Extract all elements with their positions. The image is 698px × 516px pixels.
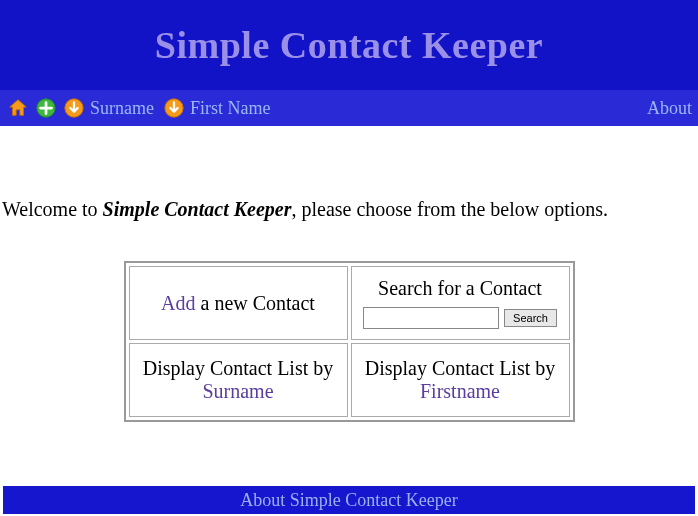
main-content: Welcome to Simple Contact Keeper, please… — [0, 126, 698, 422]
add-icon[interactable] — [34, 96, 58, 120]
navbar: Surname First Name About — [0, 90, 698, 126]
display-firstname-link[interactable]: Firstname — [420, 380, 500, 402]
display-firstname-pre: Display Contact List by — [365, 357, 556, 379]
welcome-appname: Simple Contact Keeper — [103, 198, 292, 220]
search-title: Search for a Contact — [358, 277, 563, 300]
display-surname-link[interactable]: Surname — [202, 380, 273, 402]
display-firstname-cell: Display Contact List by Firstname — [351, 343, 570, 417]
search-button[interactable]: Search — [504, 309, 557, 327]
display-surname-cell: Display Contact List by Surname — [129, 343, 348, 417]
add-contact-link[interactable]: Add — [161, 292, 195, 314]
add-contact-rest: a new Contact — [196, 292, 315, 314]
nav-surname-link[interactable]: Surname — [90, 98, 154, 119]
page-title: Simple Contact Keeper — [155, 23, 543, 67]
footer: About Simple Contact Keeper — [3, 486, 695, 514]
welcome-to: to — [77, 198, 103, 220]
welcome-text: Welcome to Simple Contact Keeper, please… — [0, 198, 698, 261]
search-input[interactable] — [363, 307, 499, 329]
welcome-rest: , please choose from the below options. — [291, 198, 608, 220]
sort-firstname-icon[interactable] — [162, 96, 186, 120]
footer-text[interactable]: About Simple Contact Keeper — [240, 490, 457, 511]
add-contact-cell: Add a new Contact — [129, 266, 348, 340]
home-icon[interactable] — [6, 96, 30, 120]
sort-surname-icon[interactable] — [62, 96, 86, 120]
search-contact-cell: Search for a Contact Search — [351, 266, 570, 340]
options-table: Add a new Contact Search for a Contact S… — [124, 261, 575, 422]
nav-about-link[interactable]: About — [647, 98, 692, 119]
welcome-greeting: Welcome — [2, 198, 77, 220]
display-surname-pre: Display Contact List by — [143, 357, 334, 379]
header: Simple Contact Keeper — [0, 0, 698, 90]
nav-firstname-link[interactable]: First Name — [190, 98, 271, 119]
